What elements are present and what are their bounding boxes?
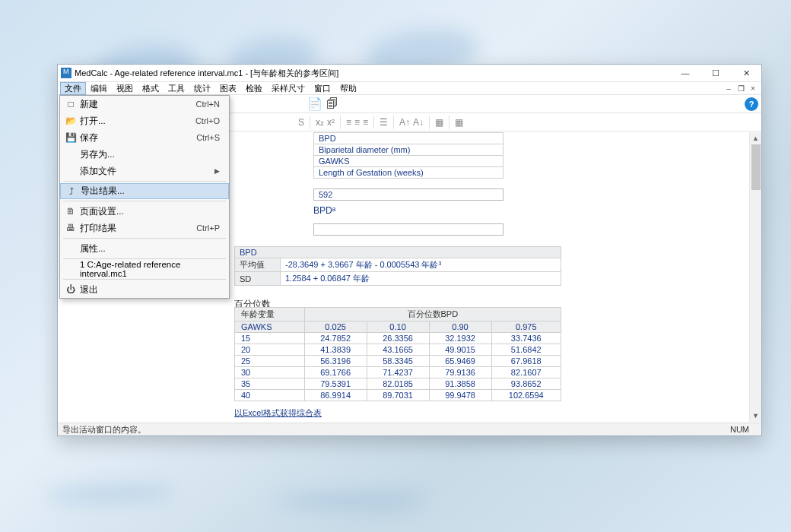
menu-item-label: 导出结果...	[79, 185, 214, 198]
menu-item-label: 退出	[78, 283, 215, 296]
data-cell: 89.7031	[367, 390, 429, 401]
menu-item-label: 添加文件	[78, 165, 215, 178]
bulleted-list-icon[interactable]: ☰	[380, 117, 388, 128]
menu-sample[interactable]: 采样尺寸	[267, 82, 310, 95]
pct-col-header: 0.025	[304, 321, 367, 333]
excel-export-link[interactable]: 以Excel格式获得综合表	[234, 407, 322, 419]
maximize-button[interactable]: ☐	[700, 65, 731, 82]
chart-edit-icon[interactable]: ▦	[455, 117, 463, 128]
menu-item-新建[interactable]: □新建Ctrl+N	[60, 96, 229, 112]
data-cell: 32.1932	[429, 333, 491, 344]
menu-item-icon: 🗎	[63, 205, 78, 218]
align-right-icon[interactable]: ≡	[363, 117, 368, 128]
menu-file[interactable]: 文件	[60, 82, 86, 95]
data-cell: 69.1766	[304, 367, 367, 378]
age-cell: 20	[235, 344, 305, 356]
align-center-icon[interactable]: ≡	[354, 117, 360, 128]
font-increase-icon[interactable]: A↑	[399, 117, 410, 128]
menu-help[interactable]: 帮助	[335, 82, 361, 95]
data-cell: 49.9015	[429, 344, 491, 356]
titlebar[interactable]: MedCalc - Age-related reference interval…	[58, 65, 761, 82]
numlock-indicator: NUM	[730, 425, 757, 434]
app-icon	[61, 68, 71, 78]
menu-stats[interactable]: 统计	[189, 82, 215, 95]
data-cell: 93.8652	[491, 378, 561, 390]
menu-item-accel	[215, 283, 224, 296]
menu-item-属性[interactable]: 属性...	[60, 240, 229, 257]
menu-tools[interactable]: 工具	[164, 82, 189, 95]
menu-edit[interactable]: 编辑	[86, 82, 112, 95]
menu-item-导出结果[interactable]: ⤴导出结果...	[60, 183, 229, 199]
pct-main-header: 百分位数BPD	[304, 308, 561, 321]
menu-item-保存[interactable]: 💾保存Ctrl+S	[60, 129, 229, 146]
menu-item-accel	[215, 263, 224, 276]
mdi-close-icon[interactable]: ×	[747, 84, 759, 93]
menu-item-1C:Age-relatedreferenceintervalmc1[interactable]: 1 C:Age-related reference interval.mc1	[60, 261, 229, 277]
scroll-up-icon[interactable]: ▲	[750, 132, 761, 144]
help-icon[interactable]: ?	[745, 97, 758, 111]
table-row: 2041.383943.166549.901551.6842	[235, 344, 561, 356]
menu-item-icon	[63, 263, 78, 276]
font-decrease-icon[interactable]: A↓	[413, 117, 424, 128]
scroll-down-icon[interactable]: ▼	[750, 410, 761, 422]
strike-icon[interactable]: S	[298, 117, 304, 128]
menu-item-打开[interactable]: 📂打开...Ctrl+O	[60, 112, 229, 129]
menu-chart[interactable]: 图表	[215, 82, 241, 95]
age-cell: 35	[235, 378, 305, 390]
menu-item-accel: Ctrl+N	[192, 98, 224, 111]
minimize-button[interactable]: —	[670, 65, 700, 82]
mdi-restore-icon[interactable]: ❐	[735, 84, 747, 93]
menu-item-label: 页面设置...	[78, 205, 215, 218]
menu-item-label: 1 C:Age-related reference interval.mc1	[78, 263, 215, 276]
scroll-thumb[interactable]	[751, 144, 761, 190]
app-window: MedCalc - Age-related reference interval…	[57, 64, 762, 436]
menubar: 文件 编辑 视图 格式 工具 统计 图表 检验 采样尺寸 窗口 帮助 – ❐ ×…	[58, 82, 761, 95]
empty-cell	[313, 223, 504, 236]
menu-item-accel: Ctrl+P	[192, 222, 224, 235]
menu-item-accel: Ctrl+O	[191, 115, 224, 128]
subscript-icon[interactable]: x₂	[316, 117, 324, 128]
menu-window[interactable]: 窗口	[310, 82, 335, 95]
close-button[interactable]: ✕	[731, 65, 761, 82]
table-row: 3069.176671.423779.913682.1607	[235, 367, 561, 378]
age-cell: 30	[235, 367, 305, 378]
copy-table-icon[interactable]: 🗐	[324, 97, 341, 112]
mdi-minimize-icon[interactable]: –	[723, 84, 735, 93]
menu-test[interactable]: 检验	[241, 82, 267, 95]
menu-item-label: 打印结果	[78, 222, 192, 235]
age-cell: 15	[235, 333, 305, 344]
window-title: MedCalc - Age-related reference interval…	[75, 68, 338, 79]
mean-label: 平均值	[235, 258, 281, 272]
table-row: 4086.991489.703199.9478102.6594	[235, 390, 561, 401]
pct-col-header: 0.10	[367, 321, 429, 333]
menu-item-accel	[215, 242, 224, 255]
menu-item-accel	[214, 185, 224, 198]
excel-export-icon[interactable]: 📄	[307, 97, 323, 112]
data-cell: 51.6842	[491, 344, 561, 356]
menu-item-label: 保存	[78, 131, 192, 144]
align-left-icon[interactable]: ≡	[346, 117, 351, 128]
menu-item-icon	[63, 165, 78, 178]
percentile-table: 年龄变量百分位数BPDGAWKS0.0250.100.900.9751524.7…	[234, 307, 561, 401]
vertical-scrollbar[interactable]: ▲ ▼	[749, 132, 761, 422]
data-cell: 99.9478	[429, 390, 491, 401]
data-cell: 102.6594	[491, 390, 561, 401]
menu-item-icon: □	[63, 98, 78, 111]
menu-item-退出[interactable]: ⏻退出	[60, 281, 229, 298]
menu-item-另存为[interactable]: 另存为...	[60, 146, 229, 163]
submenu-arrow-icon: ▶	[210, 165, 224, 178]
menu-item-icon: 🖶	[63, 222, 78, 235]
data-cell: 26.3356	[367, 333, 429, 344]
menu-item-添加文件[interactable]: 添加文件▶	[60, 163, 229, 179]
menu-item-打印结果[interactable]: 🖶打印结果Ctrl+P	[60, 220, 229, 236]
superscript-icon[interactable]: x²	[327, 117, 335, 128]
var-bpd-desc: Biparietal diameter (mm)	[314, 144, 504, 156]
bpd-label: BPDª	[313, 205, 335, 216]
menu-item-icon: ⏻	[63, 283, 78, 296]
menu-view[interactable]: 视图	[112, 82, 138, 95]
sd-label: SD	[235, 272, 281, 286]
chart-icon[interactable]: ▦	[435, 117, 443, 128]
menu-format[interactable]: 格式	[138, 82, 164, 95]
sample-size-cell: 592	[313, 188, 504, 201]
menu-item-页面设置[interactable]: 🗎页面设置...	[60, 203, 229, 220]
